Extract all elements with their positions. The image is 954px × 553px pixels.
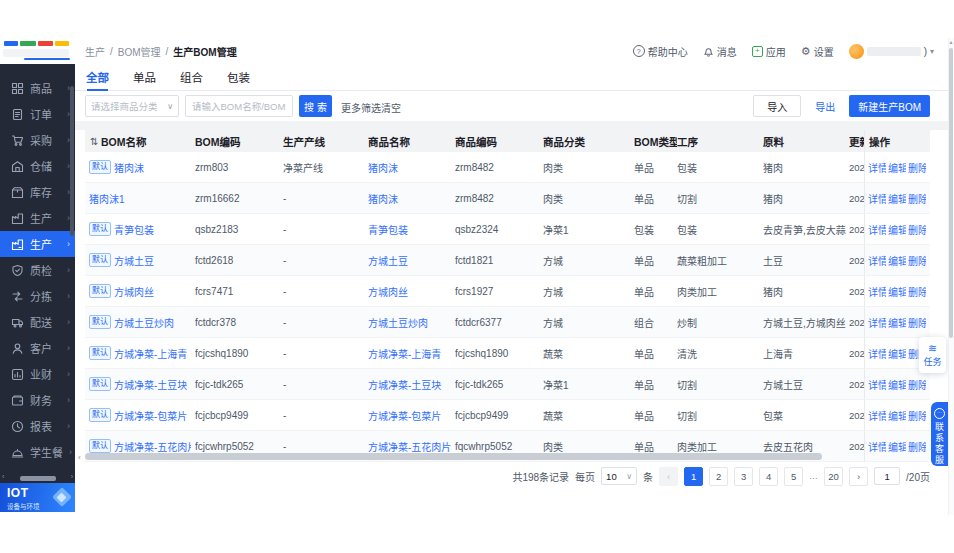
apps-button[interactable]: + 应用 — [752, 44, 786, 59]
breadcrumb-item[interactable]: BOM管理 — [118, 44, 161, 59]
pagination-page-1[interactable]: 1 — [684, 467, 703, 486]
bom-name-link[interactable]: 猪肉沫 — [114, 160, 144, 175]
pagination-page-4[interactable]: 4 — [759, 467, 778, 486]
app-logo[interactable] — [0, 38, 75, 64]
tab-包装[interactable]: 包装 — [227, 64, 250, 90]
sidebar-item-production[interactable]: 生产› — [0, 205, 75, 231]
bom-name-link[interactable]: 青笋包装 — [114, 222, 154, 237]
column-header[interactable]: 商品名称 — [368, 134, 455, 149]
table-row[interactable]: 默认方城净菜-上海青fcjcshq1890-方城净菜-上海青fcjcshq189… — [85, 338, 930, 369]
pagination-page-2[interactable]: 2 — [709, 467, 728, 486]
contact-service-button[interactable]: ⋯ 联系客服 — [931, 402, 948, 466]
table-row[interactable]: 默认方城土豆炒肉fctdcr378-方城土豆炒肉fctdcr6377方城组合炒制… — [85, 307, 930, 338]
column-header[interactable]: BOM名称 — [101, 134, 195, 149]
action-edit-link[interactable]: 编辑 — [888, 253, 906, 268]
bom-name-link[interactable]: 方城肉丝 — [114, 284, 154, 299]
sidebar-item-finance[interactable]: 财务› — [0, 387, 75, 413]
clear-filters-link[interactable]: 清空 — [381, 100, 401, 115]
tab-组合[interactable]: 组合 — [180, 64, 203, 90]
product-name-link[interactable]: 方城土豆炒肉 — [368, 318, 428, 329]
breadcrumb-item[interactable]: 生产 — [85, 44, 105, 59]
scroll-left-icon[interactable]: ‹ — [78, 453, 81, 462]
scrollbar-thumb[interactable] — [20, 476, 56, 481]
column-header[interactable]: BOM编码 — [195, 134, 283, 149]
sidebar-item-delivery[interactable]: 配送› — [0, 309, 75, 335]
sidebar-item-customers[interactable]: 客户› — [0, 335, 75, 361]
settings-button[interactable]: ⚙ 设置 — [801, 44, 834, 59]
table-row[interactable]: 默认方城肉丝fcrs7471-方城肉丝fcrs1927方城单品肉类加工猪肉202… — [85, 276, 930, 307]
action-detail-link[interactable]: 详情 — [868, 439, 886, 454]
pagination-page-20[interactable]: 20 — [824, 467, 843, 486]
table-horizontal-scrollbar[interactable] — [85, 453, 822, 460]
action-detail-link[interactable]: 详情 — [868, 408, 886, 423]
table-row[interactable]: 猪肉沫1zrm16662-猪肉沫zrm8482肉类单品切割猪肉202详情编辑删除 — [85, 183, 930, 214]
sidebar-item-orders[interactable]: 订单› — [0, 101, 75, 127]
product-name-link[interactable]: 方城净菜-包菜片 — [368, 411, 441, 422]
column-header[interactable]: 生产产线 — [283, 134, 368, 149]
product-name-link[interactable]: 方城净菜-上海青 — [368, 349, 441, 360]
action-detail-link[interactable]: 详情 — [868, 222, 886, 237]
column-header[interactable]: BOM类型 — [634, 134, 677, 149]
search-button[interactable]: 搜 索 — [299, 95, 332, 117]
product-name-link[interactable]: 方城土豆 — [368, 256, 408, 267]
table-row[interactable]: 默认猪肉沫zrm803净菜产线猪肉沫zrm8482肉类单品包装猪肉202详情编辑… — [85, 152, 930, 183]
sidebar-item-quality[interactable]: 质检› — [0, 257, 75, 283]
action-detail-link[interactable]: 详情 — [868, 377, 886, 392]
column-header[interactable]: 操作 — [864, 130, 930, 152]
bom-name-link[interactable]: 方城土豆炒肉 — [114, 315, 174, 330]
action-detail-link[interactable]: 详情 — [868, 253, 886, 268]
product-name-link[interactable]: 方城净菜-五花肉片 — [368, 442, 451, 453]
action-detail-link[interactable]: 详情 — [868, 315, 886, 330]
action-delete-link[interactable]: 删除 — [908, 222, 926, 237]
action-edit-link[interactable]: 编辑 — [888, 315, 906, 330]
product-name-link[interactable]: 方城净菜-土豆块 — [368, 380, 441, 391]
scrollbar-thumb[interactable] — [949, 48, 953, 338]
more-filters-link[interactable]: 更多筛选 — [341, 100, 381, 115]
sidebar-item-inventory[interactable]: 库存› — [0, 179, 75, 205]
column-header[interactable]: 商品分类 — [543, 134, 634, 149]
sidebar-vertical-scrollbar[interactable] — [70, 86, 74, 236]
table-row[interactable]: 默认青笋包装qsbz2183-青笋包装qsbz2324净菜1包装包装去皮青笋,去… — [85, 214, 930, 245]
action-edit-link[interactable]: 编辑 — [888, 439, 906, 454]
pagination-page-3[interactable]: 3 — [734, 467, 753, 486]
pagination-ellipsis[interactable]: … — [809, 471, 818, 481]
action-edit-link[interactable]: 编辑 — [888, 160, 906, 175]
column-settings-icon[interactable]: ⇅ — [85, 136, 101, 147]
action-detail-link[interactable]: 详情 — [868, 160, 886, 175]
bom-name-link[interactable]: 方城净菜-包菜片 — [114, 408, 187, 423]
action-delete-link[interactable]: 删除 — [908, 408, 926, 423]
sidebar-item-purchase[interactable]: 采购› — [0, 127, 75, 153]
user-menu[interactable]: ) ▾ — [849, 44, 934, 59]
pagination-page-5[interactable]: 5 — [784, 467, 803, 486]
bom-name-link[interactable]: 方城净菜-五花肉片 — [114, 439, 191, 454]
sidebar-item-business-finance[interactable]: 业财› — [0, 361, 75, 387]
pagination-next-button[interactable]: › — [849, 467, 868, 486]
column-header[interactable]: 商品编码 — [455, 134, 543, 149]
help-center-button[interactable]: ? 帮助中心 — [633, 44, 688, 59]
product-name-link[interactable]: 猪肉沫 — [368, 163, 398, 174]
tab-单品[interactable]: 单品 — [133, 64, 156, 90]
per-page-select[interactable]: 10∨ — [601, 467, 637, 485]
sidebar-item-reports[interactable]: 报表› — [0, 413, 75, 439]
bom-name-link[interactable]: 猪肉沫1 — [89, 191, 125, 206]
action-delete-link[interactable]: 删除 — [908, 191, 926, 206]
task-widget-button[interactable]: ≋ 任务 — [919, 337, 946, 373]
action-delete-link[interactable]: 删除 — [908, 377, 926, 392]
action-edit-link[interactable]: 编辑 — [888, 191, 906, 206]
product-name-link[interactable]: 猪肉沫 — [368, 194, 398, 205]
action-detail-link[interactable]: 详情 — [868, 346, 886, 361]
table-row[interactable]: 默认方城土豆fctd2618-方城土豆fctd1821方城单品蔬菜粗加工土豆20… — [85, 245, 930, 276]
column-header[interactable]: 工序 — [677, 134, 763, 149]
scroll-left-icon[interactable]: ‹ — [2, 473, 4, 480]
action-delete-link[interactable]: 删除 — [908, 439, 926, 454]
bom-name-link[interactable]: 方城净菜-上海青 — [114, 346, 187, 361]
pagination-prev-button[interactable]: ‹ — [659, 467, 678, 486]
action-delete-link[interactable]: 删除 — [908, 284, 926, 299]
column-header[interactable]: 原料 — [763, 134, 849, 149]
action-detail-link[interactable]: 详情 — [868, 284, 886, 299]
action-detail-link[interactable]: 详情 — [868, 191, 886, 206]
export-button[interactable]: 导出 — [811, 95, 839, 117]
sidebar-item-sorting[interactable]: 分拣› — [0, 283, 75, 309]
keyword-search-input[interactable] — [185, 95, 293, 117]
table-row[interactable]: 默认方城净菜-包菜片fcjcbcp9499-方城净菜-包菜片fcjcbcp949… — [85, 400, 930, 431]
